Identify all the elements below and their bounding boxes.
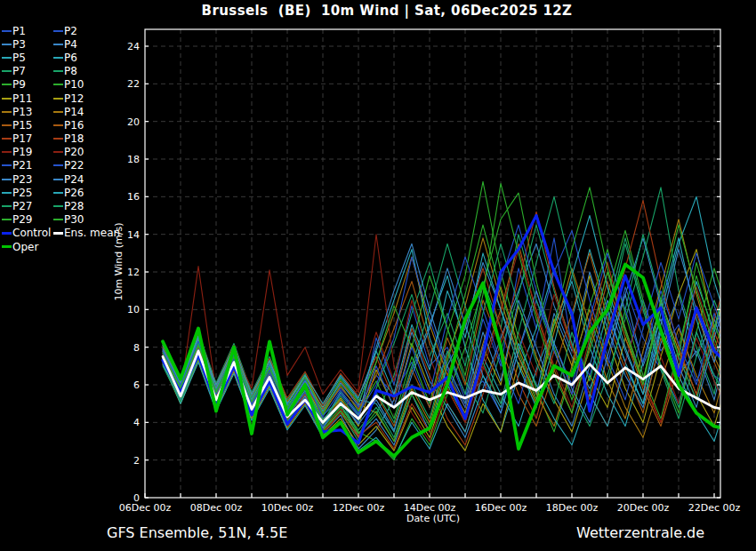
y-tick-label: 16 bbox=[127, 191, 140, 203]
y-axis-label: 10m Wind (m/s) bbox=[113, 173, 125, 351]
x-axis-label: Date (UTC) bbox=[344, 513, 522, 524]
x-tick-label: 22Dec 00z bbox=[688, 502, 741, 514]
x-tick-label: 20Dec 00z bbox=[617, 502, 670, 514]
x-tick-label: 08Dec 00z bbox=[190, 502, 243, 514]
site-credit-text: Wetterzentrale.de bbox=[576, 524, 704, 541]
y-tick-label: 8 bbox=[133, 342, 140, 354]
y-tick-label: 20 bbox=[127, 116, 140, 128]
y-tick-label: 18 bbox=[127, 154, 140, 165]
x-tick-label: 06Dec 00z bbox=[119, 502, 172, 514]
y-tick-label: 2 bbox=[133, 455, 140, 467]
y-tick-label: 14 bbox=[127, 229, 140, 241]
y-tick-label: 10 bbox=[127, 304, 140, 315]
y-tick-label: 6 bbox=[133, 379, 140, 391]
y-tick-label: 4 bbox=[133, 417, 140, 428]
y-tick-label: 24 bbox=[127, 41, 140, 52]
y-tick-label: 22 bbox=[127, 78, 140, 90]
x-tick-label: 18Dec 00z bbox=[546, 502, 599, 514]
x-tick-label: 10Dec 00z bbox=[261, 502, 314, 514]
screen: Brussels (BE) 10m Wind | Sat, 06Dec2025 … bbox=[0, 0, 756, 551]
y-tick-label: 12 bbox=[127, 267, 140, 278]
model-info-text: GFS Ensemble, 51N, 4.5E bbox=[107, 524, 287, 541]
